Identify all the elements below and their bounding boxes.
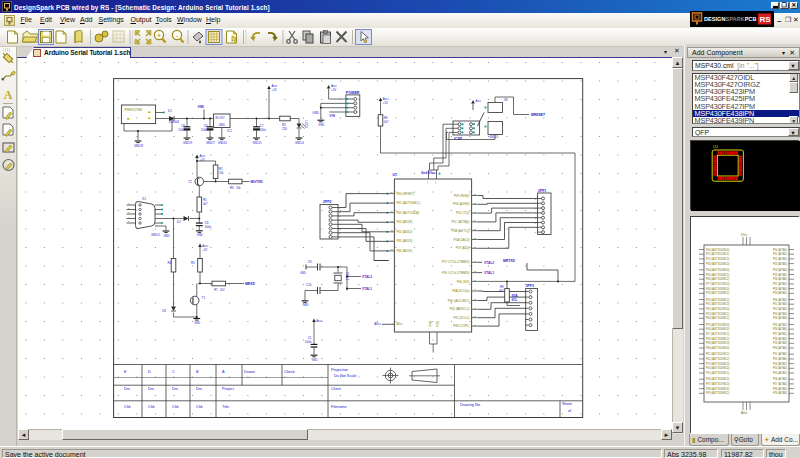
- svg-text:+5V: +5V: [200, 158, 205, 162]
- svg-text:Check: Check: [284, 370, 295, 374]
- svg-text:U1: U1: [393, 173, 397, 177]
- svg-text:P40 (A4/TXD0/BC0): P40 (A4/TXD0/BC0): [706, 346, 729, 350]
- svg-text:IN OUT: IN OUT: [215, 116, 225, 120]
- svg-text:C9: C9: [308, 260, 312, 264]
- svg-text:62: 62: [426, 181, 429, 184]
- svg-text:GND: GND: [197, 233, 203, 237]
- svg-text:100n: 100n: [201, 128, 208, 132]
- svg-text:P55 (A/TA1): P55 (A/TA1): [773, 371, 787, 375]
- svg-text:P57 OCTxL2/TBMD(I: P57 OCTxL2/TBMD(I: [442, 260, 470, 264]
- svg-text:49: 49: [474, 307, 477, 309]
- svg-text:5: 5: [128, 220, 130, 222]
- svg-text:2: 2: [128, 207, 130, 209]
- svg-text:48: 48: [474, 298, 477, 300]
- svg-text:DVcc: DVcc: [741, 233, 748, 237]
- svg-text:P50 (A/TA2): P50 (A/TA2): [773, 298, 787, 302]
- svg-text:P54 (A/TA0): P54 (A/TA0): [773, 366, 787, 370]
- svg-text:MRTXD: MRTXD: [503, 259, 516, 263]
- svg-text:Gnd DVcc: Gnd DVcc: [421, 171, 436, 175]
- svg-text:P62 (A0/TX/SDA): P62 (A0/TX/SDA): [397, 211, 420, 215]
- svg-text:Drn: Drn: [172, 387, 178, 391]
- svg-text:P55 (A/TA7): P55 (A/TA7): [773, 323, 787, 327]
- svg-text:GND16: GND16: [218, 141, 227, 145]
- svg-text:Client: Client: [331, 387, 342, 391]
- svg-text:P66 (A6/TXD6/BC2): P66 (A6/TXD6/BC2): [706, 277, 729, 281]
- svg-text:+: +: [157, 31, 162, 40]
- svg-text:AVcc: AVcc: [397, 322, 404, 326]
- svg-text:D2: D2: [177, 220, 181, 224]
- svg-text:Drn: Drn: [124, 387, 130, 391]
- svg-text:P48 (A4/TXD8/BC0): P48 (A4/TXD8/BC0): [706, 387, 729, 391]
- svg-text:GND13: GND13: [489, 135, 498, 139]
- svg-text:P61 (SCL/L): P61 (SCL/L): [454, 316, 470, 320]
- svg-text:GND: GND: [219, 123, 225, 127]
- svg-text:2PP3: 2PP3: [526, 284, 534, 288]
- svg-text:P37 (A3/TXD7/BC3): P37 (A3/TXD7/BC3): [706, 382, 729, 386]
- svg-text:Avcc: Avcc: [316, 319, 323, 323]
- svg-text:23: 23: [474, 211, 477, 213]
- svg-text:C: C: [172, 370, 175, 374]
- svg-text:P53 (A/TA7): P53 (A/TA7): [773, 362, 787, 366]
- svg-text:MRXD: MRXD: [245, 282, 256, 286]
- svg-text:P11 (A1/TXD1/BC1): P11 (A1/TXD1/BC1): [706, 252, 729, 256]
- svg-text:P62 (A6/TXD2/BC2): P62 (A6/TXD2/BC2): [706, 357, 729, 361]
- svg-text:P65 (A4/D3): P65 (A4/D3): [397, 239, 413, 243]
- svg-text:2PP1: 2PP1: [538, 189, 546, 193]
- svg-text:T2: T2: [188, 180, 192, 184]
- svg-text:GND: GND: [312, 358, 318, 362]
- svg-text:65: 65: [390, 248, 393, 250]
- svg-text:RS: RS: [760, 15, 772, 24]
- svg-text:1: 1: [128, 202, 130, 204]
- svg-text:+5V: +5V: [331, 88, 336, 92]
- svg-text:P61 (A0/TX0/BCL): P61 (A0/TX0/BCL): [397, 201, 421, 205]
- svg-text:Title: Title: [222, 405, 229, 409]
- svg-text:AVss: AVss: [428, 321, 432, 328]
- svg-text:P33 (A3/TXD3/BC3): P33 (A3/TXD3/BC3): [706, 262, 729, 266]
- svg-text:P54 (A/TA4): P54 (A/TA4): [773, 268, 787, 272]
- svg-text:P52 (A/TA2): P52 (A/TA2): [773, 257, 787, 261]
- svg-text:GND15: GND15: [253, 141, 262, 145]
- svg-text:Project: Project: [222, 387, 235, 391]
- svg-text:P53 (A5/TXD3/BC1): P53 (A5/TXD3/BC1): [706, 312, 729, 316]
- svg-text:GND: GND: [303, 303, 309, 307]
- svg-text:P5F (IN/H)(I: P5F (IN/H)(I: [454, 194, 470, 198]
- svg-text:100n: 100n: [205, 225, 212, 229]
- svg-text:1N4004: 1N4004: [169, 120, 180, 124]
- svg-text:P6N (COPL): P6N (COPL): [453, 324, 469, 328]
- svg-text:1: 1: [391, 322, 393, 324]
- svg-text:P66 (A5/D6): P66 (A5/D6): [397, 249, 413, 253]
- svg-text:P04 (A0/TXD4/BC0): P04 (A0/TXD4/BC0): [706, 366, 729, 370]
- svg-text:10k: 10k: [219, 171, 224, 175]
- svg-text:P60 (RESET): P60 (RESET): [397, 192, 415, 196]
- svg-text:P00 (A0/TXD0/BC0): P00 (A0/TXD0/BC0): [706, 248, 729, 252]
- svg-text:P56 (A/TA0): P56 (A/TA0): [773, 327, 787, 331]
- svg-text:Drn: Drn: [148, 387, 154, 391]
- svg-text:X1: X1: [142, 197, 146, 201]
- svg-text:A: A: [222, 370, 225, 374]
- svg-text:D3: D3: [162, 309, 166, 313]
- svg-text:4k7: 4k7: [499, 289, 504, 293]
- svg-text:E: E: [124, 370, 127, 374]
- svg-text:P51 (A5/TXD1/BC1): P51 (A5/TXD1/BC1): [706, 352, 729, 356]
- svg-text:10k: 10k: [236, 186, 241, 190]
- svg-text:P17 (A1/TXD7/BC1): P17 (A1/TXD7/BC1): [706, 332, 729, 336]
- svg-text:VIN: VIN: [329, 114, 335, 118]
- svg-text:P52 (A/TA4): P52 (A/TA4): [773, 307, 787, 311]
- svg-text:+5V: +5V: [272, 88, 277, 92]
- svg-text:DESIGNSPARKPCB: DESIGNSPARKPCB: [704, 16, 756, 22]
- svg-text:P59 (A/TA3): P59 (A/TA3): [773, 341, 787, 345]
- svg-text:P58 (A/TA0): P58 (A/TA0): [773, 287, 787, 291]
- svg-text:GND: GND: [312, 111, 320, 115]
- svg-text:45: 45: [474, 270, 477, 272]
- svg-text:22: 22: [474, 202, 477, 204]
- svg-text:26: 26: [474, 237, 477, 239]
- svg-text:VIN: VIN: [198, 105, 204, 109]
- svg-text:of: of: [568, 409, 572, 413]
- svg-text:Avcc: Avcc: [476, 99, 482, 103]
- svg-text:P56 OCTxL1/TBMD(I: P56 OCTxL1/TBMD(I: [442, 271, 470, 275]
- svg-text:P51 (A/TA3): P51 (A/TA3): [773, 302, 787, 306]
- svg-text:P08 (A0/TXD8/BC0): P08 (A0/TXD8/BC0): [706, 287, 729, 291]
- svg-text:P5A (DAC)(I: P5A (DAC)(I: [454, 238, 470, 242]
- svg-text:P5B (A3/TL)(I: P5B (A3/TL)(I: [452, 229, 470, 233]
- svg-text:P51 (A/TA5): P51 (A/TA5): [773, 352, 787, 356]
